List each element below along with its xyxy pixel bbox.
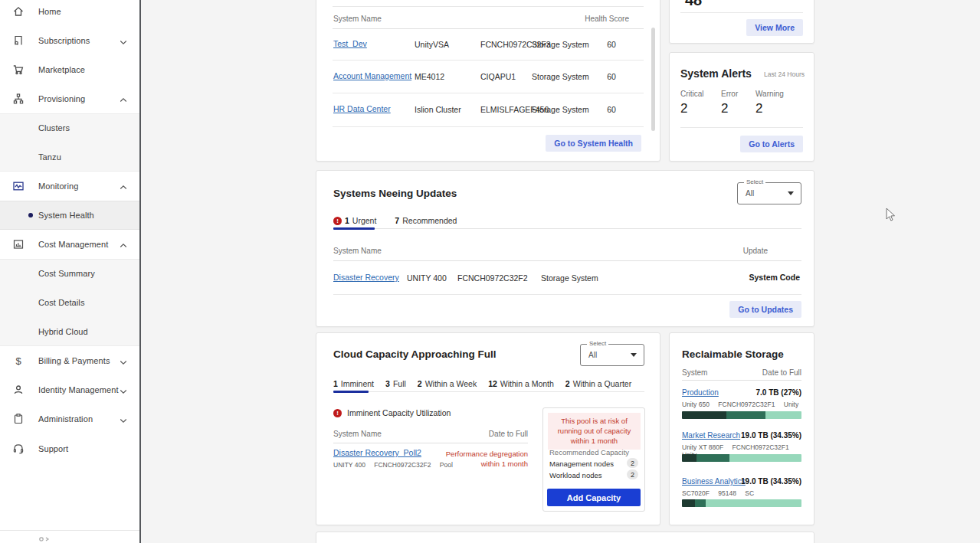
tab-count: 2 xyxy=(418,379,422,388)
top-right-card: 48 View More xyxy=(669,0,814,44)
tab-label: Imminent xyxy=(341,379,374,388)
sidebar-item-label: Cost Summary xyxy=(38,269,95,278)
sidebar-item-cost-details[interactable]: Cost Details xyxy=(0,288,139,317)
sidebar-item-cost-summary[interactable]: Cost Summary xyxy=(0,259,139,288)
model-cell: Unity 650 xyxy=(682,401,710,408)
tab-label: Full xyxy=(393,379,406,388)
urgent-alert-icon xyxy=(333,217,342,225)
model-cell: Unity XT 880F xyxy=(682,443,723,451)
model-cell: UnityVSA xyxy=(415,40,449,49)
sidebar: Home Subscriptions Marketplace Provision… xyxy=(0,0,141,543)
home-icon xyxy=(12,5,25,18)
bottom-partial-icon xyxy=(37,535,51,543)
serial-cell: FCNCH0972C32F2 xyxy=(457,273,528,283)
tab-label: Within a Month xyxy=(500,379,554,388)
sidebar-item-cost-management[interactable]: Cost Management xyxy=(0,230,139,259)
metric-value: 48 xyxy=(685,0,702,9)
tab-within-week[interactable]: 2 Within a Week xyxy=(418,379,477,388)
model-cell: UNITY 400 xyxy=(333,461,365,469)
monitoring-icon xyxy=(12,180,25,192)
tab-count: 12 xyxy=(488,379,497,388)
sidebar-item-home[interactable]: Home xyxy=(0,0,139,26)
column-header-system-name: System Name xyxy=(333,247,382,255)
sidebar-item-marketplace[interactable]: Marketplace xyxy=(0,55,139,84)
storage-bar xyxy=(682,454,801,462)
system-link[interactable]: Business Analytics xyxy=(682,477,746,486)
bar-segment-used xyxy=(682,454,696,462)
bar-segment-free xyxy=(729,454,801,462)
view-more-button[interactable]: View More xyxy=(746,19,803,36)
tab-urgent[interactable]: 1 Urgent xyxy=(333,216,376,225)
tab-within-quarter[interactable]: 2 Within a Quarter xyxy=(565,379,631,388)
sidebar-item-label: Hybrid Cloud xyxy=(38,327,88,336)
go-to-updates-button[interactable]: Go to Updates xyxy=(729,301,801,318)
card-title: Cloud Capacity Approaching Full xyxy=(333,348,497,360)
amount-cell: 19.0 TB (34.35%) xyxy=(741,477,801,486)
sidebar-item-provisioning[interactable]: Provisioning xyxy=(0,84,139,113)
sidebar-item-hybrid-cloud[interactable]: Hybrid Cloud xyxy=(0,317,139,346)
system-link[interactable]: Account Management xyxy=(333,71,411,80)
select-value: All xyxy=(588,351,597,359)
column-header-system-name: System Name xyxy=(333,15,382,23)
column-header-health-score: Health Score xyxy=(585,15,629,23)
sidebar-item-label: Administration xyxy=(38,414,93,424)
chevron-up-icon xyxy=(119,94,128,103)
tab-count: 3 xyxy=(385,379,390,388)
tab-recommended[interactable]: 7 Recommended xyxy=(395,216,457,225)
card-title: Reclaimable Storage xyxy=(682,348,784,360)
bottom-card-partial xyxy=(316,532,814,543)
error-count: 2 xyxy=(721,101,728,116)
reclaimable-storage-card: Reclaimable Storage System Date to Full … xyxy=(669,332,814,525)
update-cell: System Code xyxy=(749,273,800,282)
updates-filter-select[interactable]: Select All xyxy=(737,182,801,204)
system-link[interactable]: Test_Dev xyxy=(333,39,367,48)
serial-cell: 95148 xyxy=(718,489,736,497)
sidebar-item-identity-management[interactable]: Identity Management xyxy=(0,375,139,404)
go-to-system-health-button[interactable]: Go to System Health xyxy=(546,135,641,152)
sidebar-item-administration[interactable]: Administration xyxy=(0,404,139,433)
chevron-down-icon xyxy=(119,414,128,424)
storage-bar xyxy=(682,411,801,419)
chevron-up-icon xyxy=(119,182,128,191)
provisioning-icon xyxy=(12,93,25,105)
divider xyxy=(680,12,803,13)
system-link[interactable]: HR Data Center xyxy=(333,104,391,113)
node-count-badge: 2 xyxy=(627,458,638,468)
system-link[interactable]: Market Research xyxy=(682,431,740,440)
sidebar-item-system-health[interactable]: System Health xyxy=(0,201,139,230)
caret-down-icon xyxy=(788,191,794,195)
divider xyxy=(333,260,801,261)
type-cell: Storage System xyxy=(532,40,589,49)
sidebar-item-label: Subscriptions xyxy=(38,36,90,45)
card-title: System Alerts xyxy=(680,67,752,80)
tab-imminent[interactable]: 1 Imminent xyxy=(333,379,374,388)
sidebar-item-billing-payments[interactable]: $ Billing & Payments xyxy=(0,346,139,375)
sidebar-item-support[interactable]: Support xyxy=(0,434,139,463)
model-cell: Islion Cluster xyxy=(415,105,461,114)
chevron-up-icon xyxy=(119,240,128,249)
tab-full[interactable]: 3 Full xyxy=(385,379,406,388)
sidebar-item-tanzu[interactable]: Tanzu xyxy=(0,142,139,172)
recommended-capacity-label: Recommended Capacity xyxy=(549,448,629,456)
system-link[interactable]: Disaster Recovery_Poll2 xyxy=(333,448,421,457)
cost-management-icon xyxy=(12,238,25,250)
tab-within-month[interactable]: 12 Within a Month xyxy=(488,379,554,388)
divider xyxy=(682,380,801,381)
system-link[interactable]: Disaster Recovery xyxy=(333,273,399,282)
add-capacity-button[interactable]: Add Capacity xyxy=(547,489,641,506)
sidebar-item-clusters[interactable]: Clusters xyxy=(0,113,139,142)
capacity-filter-select[interactable]: Select All xyxy=(580,344,644,366)
svg-text:$: $ xyxy=(16,355,22,367)
caret-down-icon xyxy=(631,353,637,357)
sidebar-item-label: Cost Management xyxy=(38,240,108,249)
system-link[interactable]: Production xyxy=(682,388,719,397)
go-to-alerts-button[interactable]: Go to Alerts xyxy=(740,136,803,152)
warning-label: Warning xyxy=(755,90,784,98)
sidebar-item-subscriptions[interactable]: Subscriptions xyxy=(0,26,139,55)
table-scrollbar[interactable] xyxy=(651,28,655,131)
sidebar-item-monitoring[interactable]: Monitoring xyxy=(0,172,139,201)
score-cell: 60 xyxy=(596,40,627,49)
divider xyxy=(333,6,644,7)
serial-cell: CIQAPU1 xyxy=(480,72,516,81)
divider xyxy=(680,127,803,128)
